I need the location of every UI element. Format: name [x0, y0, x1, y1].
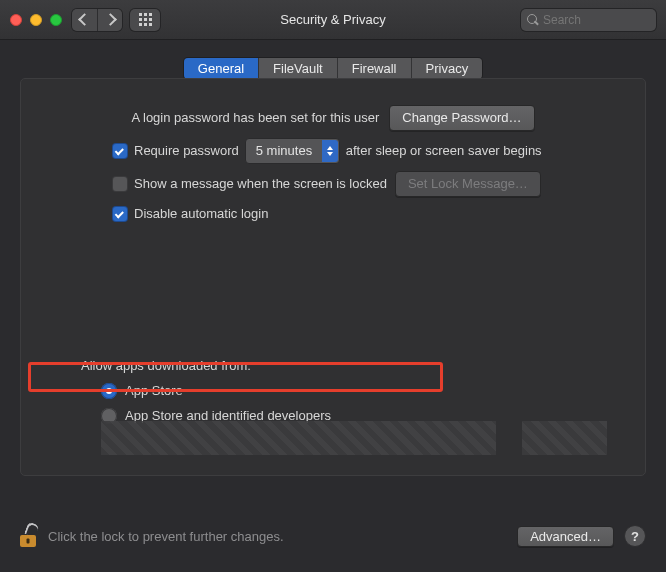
redacted-region: [522, 421, 607, 455]
show-message-row: Show a message when the screen is locked…: [113, 171, 623, 197]
show-message-label: Show a message when the screen is locked: [134, 174, 387, 194]
change-password-button[interactable]: Change Password…: [389, 105, 534, 131]
window-title: Security & Privacy: [280, 12, 385, 27]
show-all-button[interactable]: [130, 9, 160, 31]
tab-privacy[interactable]: Privacy: [411, 58, 483, 79]
lock-hint-label: Click the lock to prevent further change…: [48, 529, 284, 544]
radio-app-store[interactable]: [101, 383, 117, 399]
footer-bar: Click the lock to prevent further change…: [0, 510, 666, 572]
tab-general[interactable]: General: [184, 58, 258, 79]
disable-auto-login-checkbox[interactable]: [113, 207, 127, 221]
tab-firewall[interactable]: Firewall: [337, 58, 411, 79]
back-button[interactable]: [72, 9, 97, 31]
checkmark-icon: [115, 146, 124, 155]
require-password-label-post: after sleep or screen saver begins: [346, 141, 542, 161]
lock-icon[interactable]: [20, 525, 38, 547]
stepper-icon: [322, 140, 338, 162]
forward-button[interactable]: [97, 9, 122, 31]
require-password-delay-select[interactable]: 5 minutes: [245, 138, 340, 164]
radio-app-store-label: App Store: [125, 381, 183, 401]
allow-apps-header: Allow apps downloaded from:: [81, 358, 623, 373]
help-button[interactable]: ?: [624, 525, 646, 547]
set-lock-message-button[interactable]: Set Lock Message…: [395, 171, 541, 197]
require-password-label-pre: Require password: [134, 141, 239, 161]
search-icon: [527, 14, 539, 26]
checkmark-icon: [115, 209, 124, 218]
show-message-checkbox[interactable]: [113, 177, 127, 191]
zoom-window-button[interactable]: [50, 14, 62, 26]
allow-apps-radiogroup: App Store App Store and identified devel…: [101, 381, 623, 426]
grid-icon: [139, 13, 152, 26]
chevron-right-icon: [104, 13, 117, 26]
tab-bar: General FileVault Firewall Privacy: [0, 58, 666, 79]
search-field[interactable]: [521, 9, 656, 31]
nav-buttons: [72, 9, 122, 31]
minimize-window-button[interactable]: [30, 14, 42, 26]
close-window-button[interactable]: [10, 14, 22, 26]
chevron-left-icon: [78, 13, 91, 26]
redacted-region: [101, 421, 496, 455]
require-password-row: Require password 5 minutes after sleep o…: [113, 138, 623, 164]
titlebar: Security & Privacy: [0, 0, 666, 40]
disable-auto-login-row: Disable automatic login: [113, 204, 623, 224]
disable-auto-login-label: Disable automatic login: [134, 204, 268, 224]
general-pane: A login password has been set for this u…: [20, 78, 646, 476]
main-content: General FileVault Firewall Privacy A log…: [0, 40, 666, 572]
window-controls: [10, 14, 62, 26]
radio-app-store-row: App Store: [101, 381, 623, 401]
require-password-delay-value: 5 minutes: [256, 143, 312, 158]
advanced-button[interactable]: Advanced…: [517, 526, 614, 547]
tab-filevault[interactable]: FileVault: [258, 58, 337, 79]
login-password-row: A login password has been set for this u…: [43, 105, 623, 131]
require-password-checkbox[interactable]: [113, 144, 127, 158]
login-password-label: A login password has been set for this u…: [131, 108, 379, 128]
search-input[interactable]: [543, 13, 643, 27]
